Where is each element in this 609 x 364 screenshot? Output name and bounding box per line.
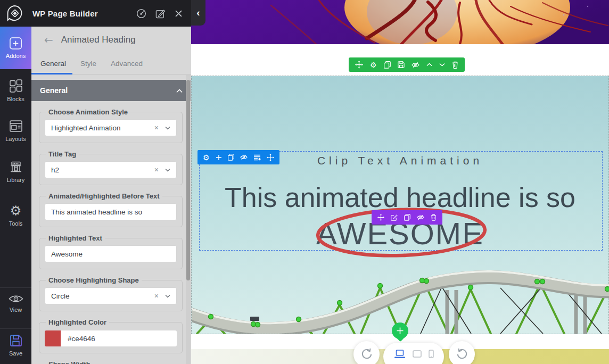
panel-scrollbar-thumb[interactable]	[186, 80, 190, 280]
sidebar-divider	[0, 328, 31, 329]
device-preview-switcher	[383, 343, 444, 364]
insert-text-icon[interactable]	[253, 154, 261, 161]
sidebar-item-label: Addons	[6, 53, 26, 59]
tab-general[interactable]: General	[40, 53, 66, 74]
field-animation-style: Choose Animation Style Highlighted Anima…	[39, 108, 183, 143]
tab-style[interactable]: Style	[80, 53, 96, 74]
sidebar-item-save[interactable]: Save	[0, 334, 31, 357]
panel-header: ← Animated Heading	[31, 27, 191, 53]
trash-icon[interactable]	[431, 214, 437, 221]
clear-icon[interactable]: ×	[154, 166, 159, 174]
sidebar-item-tools[interactable]: ⚙ Tools	[0, 204, 31, 227]
redo-button[interactable]	[449, 341, 475, 364]
hide-icon[interactable]	[240, 154, 248, 160]
field-label: Highlighted Text	[46, 234, 105, 242]
close-icon[interactable]	[175, 10, 183, 18]
hide-icon[interactable]	[412, 62, 419, 68]
sidebar-item-label: Save	[0, 350, 31, 357]
field-highlighted-color: Highlighted Color #ce4646	[39, 318, 183, 353]
select-value: Circle	[51, 292, 70, 300]
speedometer-icon[interactable]	[136, 9, 146, 19]
sidebar-item-label: View	[0, 307, 31, 313]
chevron-down-icon[interactable]	[165, 294, 170, 298]
chevron-down-icon[interactable]	[165, 168, 170, 172]
sidebar: Addons Blocks Layouts Library ⚙ Tools	[0, 27, 31, 364]
sidebar-item-label: Blocks	[0, 96, 31, 102]
field-label: Shape Width	[46, 360, 93, 364]
color-value-input[interactable]: #ce4646	[61, 330, 177, 346]
field-label: Highlighted Color	[46, 318, 109, 326]
move-icon[interactable]	[377, 214, 384, 221]
gear-icon[interactable]: ⚙	[370, 61, 377, 69]
phone-preview-button[interactable]	[429, 350, 434, 358]
tablet-preview-button[interactable]	[413, 350, 422, 358]
plus-icon[interactable]	[216, 154, 222, 161]
undo-arrow-icon	[360, 348, 374, 361]
hero-image-jellyfish[interactable]	[191, 0, 609, 44]
hide-icon[interactable]	[417, 214, 424, 220]
page-section[interactable]: ⚙ Clip Text Animation This animated head…	[191, 76, 609, 334]
field-label: Choose Highlighting Shape	[46, 276, 142, 284]
editor-canvas: ⚙ ⚙ Clip Text Animation This animated he…	[191, 0, 609, 364]
duplicate-icon[interactable]	[384, 61, 391, 69]
highlighted-text-input[interactable]: Awesome	[45, 245, 177, 262]
layouts-icon	[0, 120, 31, 133]
tab-advanced[interactable]: Advanced	[111, 53, 143, 74]
field-before-text: Animated/Highlighted Before Text This an…	[39, 192, 183, 227]
undo-button[interactable]	[353, 341, 380, 364]
sidebar-item-blocks[interactable]: Blocks	[0, 79, 31, 102]
topbar: WP Page Builder	[0, 0, 191, 27]
highlighting-shape-select[interactable]: Circle ×	[45, 287, 177, 304]
clear-icon[interactable]: ×	[154, 292, 159, 300]
plus-square-icon	[9, 37, 22, 50]
chevron-down-icon[interactable]	[439, 63, 445, 67]
sidebar-item-addons[interactable]: Addons	[0, 27, 31, 69]
panel-title: Animated Heading	[61, 35, 136, 45]
wp-page-builder-app: WP Page Builder ‹ Addons Blocks	[0, 0, 609, 364]
app-title: WP Page Builder	[32, 9, 98, 18]
panel-fields: Choose Animation Style Highlighted Anima…	[31, 101, 191, 364]
animated-heading-line1[interactable]: This animated headline is so	[192, 181, 608, 213]
add-section-button[interactable]	[392, 322, 408, 339]
gear-icon: ⚙	[0, 204, 31, 217]
before-text-input[interactable]: This animated headline is so	[45, 203, 177, 220]
chevron-down-icon[interactable]	[165, 126, 170, 130]
chevron-up-icon[interactable]	[176, 86, 183, 95]
section-toolbar: ⚙	[349, 57, 465, 72]
row-toolbar: ⚙	[197, 150, 279, 164]
move-icon[interactable]	[355, 61, 363, 69]
sidebar-item-label: Layouts	[0, 136, 31, 142]
sidebar-item-layouts[interactable]: Layouts	[0, 120, 31, 142]
edit-icon[interactable]	[391, 214, 398, 221]
trash-icon[interactable]	[452, 61, 458, 69]
title-tag-select[interactable]: h2 ×	[45, 161, 177, 178]
panel-tabs: General Style Advanced	[31, 53, 191, 75]
sidebar-item-label: Library	[0, 177, 31, 183]
color-swatch[interactable]	[45, 330, 61, 346]
clear-icon[interactable]: ×	[154, 123, 159, 132]
gear-icon[interactable]: ⚙	[203, 154, 210, 161]
blocks-grid-icon	[0, 79, 31, 93]
chevron-up-icon[interactable]	[426, 63, 432, 67]
section-header-label: General	[40, 86, 68, 95]
duplicate-icon[interactable]	[404, 214, 410, 221]
select-value: Highlighted Animation	[51, 124, 121, 132]
eye-icon	[0, 294, 31, 303]
field-label: Title Tag	[46, 150, 79, 158]
move-icon[interactable]	[267, 154, 274, 161]
edit-icon[interactable]	[155, 9, 166, 19]
sidebar-item-library[interactable]: Library	[0, 160, 31, 183]
duplicate-icon[interactable]	[228, 154, 234, 161]
library-building-icon	[0, 160, 31, 173]
sidebar-item-label: Tools	[0, 220, 31, 227]
animation-style-select[interactable]: Highlighted Animation ×	[45, 119, 177, 136]
wp-page-builder-logo-icon	[5, 4, 24, 23]
sidebar-item-view[interactable]: View	[0, 294, 31, 313]
field-title-tag: Title Tag h2 ×	[39, 150, 183, 185]
panel-collapse-button[interactable]: ‹	[191, 0, 205, 26]
desktop-preview-button[interactable]	[394, 350, 406, 359]
back-arrow-icon[interactable]: ←	[44, 35, 53, 45]
field-label: Choose Animation Style	[46, 108, 130, 116]
general-section-header[interactable]: General	[31, 80, 191, 101]
save-icon[interactable]	[398, 61, 405, 68]
